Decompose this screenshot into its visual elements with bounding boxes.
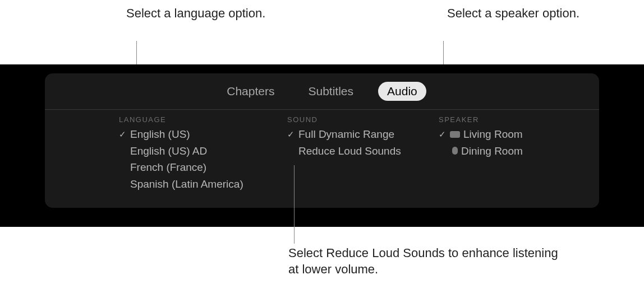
callout-sound-line <box>294 165 295 244</box>
speaker-option-living-room[interactable]: ✓ Living Room <box>438 127 561 142</box>
language-option-label: English (US) AD <box>130 144 207 159</box>
sound-column: SOUND ✓ Full Dynamic Range Reduce Loud S… <box>286 115 421 192</box>
tv-icon <box>450 131 460 138</box>
tab-subtitles-label: Subtitles <box>308 85 353 97</box>
player-band: Chapters Subtitles Audio LANGUAGE ✓ Engl… <box>0 64 644 227</box>
language-option-label: Spanish (Latin America) <box>130 177 243 192</box>
callout-language-text: Select a language option. <box>126 6 265 20</box>
language-column: LANGUAGE ✓ English (US) English (US) AD … <box>118 115 264 192</box>
tab-chapters-label: Chapters <box>227 85 274 97</box>
language-option-label: English (US) <box>130 127 190 142</box>
callout-sound: Select Reduce Loud Sounds to enhance lis… <box>288 245 569 277</box>
language-header: LANGUAGE <box>119 115 264 124</box>
sound-option-full-dynamic[interactable]: ✓ Full Dynamic Range <box>286 127 421 142</box>
speaker-option-label: Living Room <box>463 127 523 142</box>
speaker-header: SPEAKER <box>439 115 561 124</box>
tab-audio[interactable]: Audio <box>378 82 426 101</box>
check-icon: ✓ <box>118 129 127 140</box>
sound-header: SOUND <box>287 115 421 124</box>
check-icon: ✓ <box>438 129 447 140</box>
tab-audio-label: Audio <box>387 85 417 97</box>
tab-bar: Chapters Subtitles Audio <box>45 79 599 104</box>
sound-option-label: Full Dynamic Range <box>298 127 394 142</box>
speaker-option-dining-room[interactable]: Dining Room <box>438 144 561 159</box>
language-option-french[interactable]: French (France) <box>118 160 264 175</box>
callout-sound-text: Select Reduce Loud Sounds to enhance lis… <box>288 246 558 276</box>
language-option-label: French (France) <box>130 160 206 175</box>
columns: LANGUAGE ✓ English (US) English (US) AD … <box>45 110 599 192</box>
language-option-spanish[interactable]: Spanish (Latin America) <box>118 177 264 192</box>
callout-speaker: Select a speaker option. <box>447 6 593 22</box>
tab-chapters[interactable]: Chapters <box>218 82 283 101</box>
tab-subtitles[interactable]: Subtitles <box>299 82 362 101</box>
callout-speaker-text: Select a speaker option. <box>447 6 579 20</box>
homepod-icon <box>452 147 458 155</box>
sound-option-reduce-loud[interactable]: Reduce Loud Sounds <box>286 144 421 159</box>
sound-option-label: Reduce Loud Sounds <box>298 144 401 159</box>
language-option-english-us[interactable]: ✓ English (US) <box>118 127 264 142</box>
language-option-english-us-ad[interactable]: English (US) AD <box>118 144 264 159</box>
check-icon: ✓ <box>286 129 295 140</box>
callout-language: Select a language option. <box>126 6 272 22</box>
speaker-option-label: Dining Room <box>461 144 523 159</box>
audio-settings-panel: Chapters Subtitles Audio LANGUAGE ✓ Engl… <box>45 73 599 208</box>
speaker-column: SPEAKER ✓ Living Room Dining Room <box>438 115 561 192</box>
